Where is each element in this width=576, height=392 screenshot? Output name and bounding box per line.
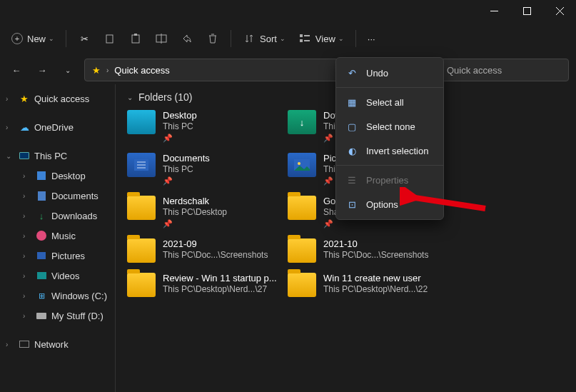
- monitor-icon: [19, 150, 30, 161]
- cut-icon: ✂: [78, 32, 91, 45]
- sidebar-item-network[interactable]: › Network: [0, 334, 115, 354]
- copy-button[interactable]: [98, 27, 122, 50]
- pin-icon: 📌: [323, 219, 385, 228]
- section-title: Folders (10): [138, 91, 192, 103]
- sidebar-item-onedrive[interactable]: › ☁ OneDrive: [0, 117, 115, 137]
- expand-icon: ›: [23, 252, 31, 260]
- paste-button[interactable]: [123, 27, 148, 50]
- folder-item[interactable]: Review - Win 11 startup p...This PC\Desk…: [127, 273, 288, 297]
- sidebar-item-windows-c[interactable]: › ⊞ Windows (C:): [0, 286, 115, 306]
- folder-location: This PC\Doc...\Screenshots: [163, 250, 268, 261]
- network-icon: [19, 338, 30, 350]
- expand-icon: ›: [23, 312, 31, 320]
- toolbar: + New ⌄ ✂ Sort ⌄ View ⌄ ···: [0, 21, 576, 56]
- chevron-down-icon: ⌄: [127, 94, 133, 101]
- menu-separator: [336, 87, 443, 88]
- more-icon: ···: [368, 34, 375, 44]
- chevron-down-icon: ⌄: [65, 66, 71, 74]
- menu-label: Select none: [366, 121, 415, 132]
- sidebar-item-quick-access[interactable]: › ★ Quick access: [0, 89, 115, 109]
- videos-icon: [36, 270, 47, 281]
- properties-icon: ☰: [346, 174, 358, 186]
- new-button[interactable]: + New ⌄: [6, 27, 60, 50]
- cut-button[interactable]: ✂: [72, 27, 96, 50]
- sidebar-item-videos[interactable]: › Videos: [0, 266, 115, 286]
- folder-item[interactable]: 2021-09This PC\Doc...\Screenshots: [127, 238, 288, 263]
- chevron-right-icon: ›: [106, 66, 108, 74]
- sidebar-item-documents[interactable]: › Documents: [0, 186, 115, 206]
- more-button[interactable]: ···: [362, 27, 381, 50]
- select-all-icon: ▦: [346, 96, 358, 108]
- svg-rect-7: [300, 34, 303, 37]
- folder-icon: [288, 273, 316, 297]
- view-label: View: [315, 34, 335, 44]
- address-bar[interactable]: ★ › Quick access: [84, 59, 341, 81]
- share-button[interactable]: [175, 27, 199, 50]
- svg-rect-3: [132, 35, 139, 43]
- sidebar-label: Documents: [51, 191, 98, 201]
- plus-icon: +: [11, 33, 23, 44]
- sidebar-item-this-pc[interactable]: ⌄ This PC: [0, 146, 115, 166]
- menu-select-all[interactable]: ▦ Select all: [336, 90, 443, 114]
- main-area: › ★ Quick access › ☁ OneDrive ⌄ This PC …: [0, 84, 576, 392]
- menu-select-none[interactable]: ▢ Select none: [336, 114, 443, 139]
- chevron-down-icon: ⌄: [49, 35, 54, 42]
- menu-undo[interactable]: ↶ Undo: [336, 61, 443, 85]
- sidebar-item-pictures[interactable]: › Pictures: [0, 246, 115, 266]
- sidebar-label: Quick access: [34, 94, 89, 104]
- folder-item[interactable]: DocumentsThis PC📌: [127, 153, 288, 186]
- sidebar-item-my-stuff-d[interactable]: › My Stuff (D:): [0, 306, 115, 326]
- menu-invert-selection[interactable]: ◐ Invert selection: [336, 139, 443, 163]
- separator: [231, 30, 231, 47]
- folder-item[interactable]: Win 11 create new userThis PC\Desktop\Ne…: [288, 273, 448, 297]
- folder-location: This PC\Desktop: [163, 207, 227, 218]
- sidebar-item-music[interactable]: › Music: [0, 226, 115, 246]
- sidebar-label: Windows (C:): [51, 291, 107, 301]
- sort-icon: [243, 32, 256, 45]
- separator: [355, 30, 356, 47]
- sidebar-label: Downloads: [51, 211, 97, 221]
- view-button[interactable]: View ⌄: [293, 27, 350, 50]
- address-location: Quick access: [114, 65, 169, 76]
- folder-name: 2021-09: [163, 238, 268, 250]
- maximize-button[interactable]: [510, 0, 543, 21]
- menu-label: Options: [366, 199, 398, 210]
- sidebar-label: Network: [34, 339, 69, 350]
- folder-icon: [127, 238, 156, 263]
- sidebar-item-downloads[interactable]: › ↓ Downloads: [0, 206, 115, 226]
- svg-rect-10: [304, 40, 310, 41]
- svg-line-17: [410, 197, 485, 208]
- delete-button[interactable]: [201, 27, 225, 50]
- recent-button[interactable]: ⌄: [59, 61, 77, 79]
- back-button[interactable]: ←: [7, 61, 26, 79]
- folder-icon: [288, 238, 316, 263]
- sidebar-label: Videos: [51, 271, 80, 281]
- rename-button[interactable]: [149, 27, 173, 50]
- svg-rect-2: [106, 35, 113, 43]
- sidebar-label: OneDrive: [34, 122, 74, 133]
- folder-item[interactable]: 2021-10This PC\Doc...\Screenshots: [288, 238, 448, 263]
- search-box[interactable]: Quick access: [440, 59, 569, 81]
- desktop-icon: [36, 170, 47, 181]
- sidebar-item-desktop[interactable]: › Desktop: [0, 166, 115, 186]
- minimize-button[interactable]: [478, 0, 510, 21]
- folder-name: Review - Win 11 startup p...: [163, 273, 277, 284]
- forward-button[interactable]: →: [33, 61, 51, 79]
- nav-row: ← → ⌄ ★ › Quick access Quick access: [0, 56, 576, 84]
- chevron-down-icon: ⌄: [280, 35, 286, 42]
- sidebar-label: Pictures: [51, 251, 85, 261]
- cloud-icon: ☁: [19, 121, 30, 133]
- menu-label: Undo: [366, 68, 388, 79]
- folder-item[interactable]: NerdschalkThis PC\Desktop📌: [127, 196, 288, 228]
- folder-item[interactable]: DesktopThis PC📌: [127, 110, 288, 143]
- title-bar: [0, 0, 576, 21]
- chevron-down-icon: ⌄: [338, 35, 344, 42]
- close-button[interactable]: [543, 0, 576, 21]
- sidebar-label: Desktop: [51, 171, 86, 181]
- windows-icon: ⊞: [36, 290, 47, 301]
- expand-icon: ›: [6, 124, 14, 131]
- expand-icon: ›: [23, 232, 31, 240]
- svg-point-16: [298, 162, 300, 165]
- sort-button[interactable]: Sort ⌄: [237, 27, 291, 50]
- pin-icon: 📌: [163, 176, 210, 186]
